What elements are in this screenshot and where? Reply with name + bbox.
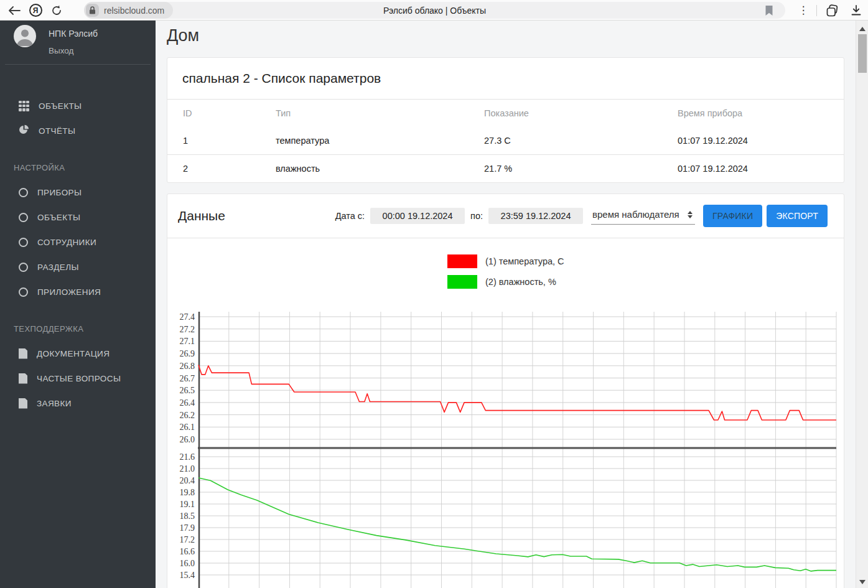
main-content: Дом спальная 2 - Список параметров ID Ти… bbox=[156, 21, 856, 588]
sidebar-item-applications[interactable]: ПРИЛОЖЕНИЯ bbox=[0, 279, 156, 304]
parameters-card-title: спальная 2 - Список параметров bbox=[167, 58, 844, 100]
yandex-browser-icon[interactable]: Я bbox=[26, 0, 45, 21]
svg-text:19.8: 19.8 bbox=[180, 488, 195, 497]
circle-icon bbox=[19, 188, 28, 197]
scroll-down-icon[interactable] bbox=[859, 580, 866, 584]
tabs-panel-icon[interactable] bbox=[821, 4, 844, 17]
legend-item-temperature: (1) температура, C bbox=[447, 254, 844, 268]
svg-text:27.1: 27.1 bbox=[180, 337, 195, 346]
document-icon bbox=[19, 373, 27, 384]
svg-text:18.5: 18.5 bbox=[180, 511, 195, 521]
sidebar-item-documentation[interactable]: ДОКУМЕНТАЦИЯ bbox=[0, 341, 156, 366]
svg-text:27.4: 27.4 bbox=[180, 312, 195, 322]
humidity-temperature-chart: 27.427.227.126.926.826.726.526.426.226.1… bbox=[175, 304, 841, 588]
sidebar: НПК Рэлсиб Выход ОБЪЕКТЫ ОТЧЁТЫ НАСТРОЙК… bbox=[0, 21, 156, 588]
legend-swatch bbox=[447, 275, 477, 289]
svg-text:19.1: 19.1 bbox=[180, 500, 195, 509]
col-header-id: ID bbox=[167, 100, 276, 127]
document-icon bbox=[19, 398, 27, 409]
date-to-input[interactable] bbox=[488, 208, 583, 224]
svg-text:15.4: 15.4 bbox=[180, 571, 195, 580]
circle-icon bbox=[19, 287, 28, 297]
scrollbar-thumb[interactable] bbox=[858, 34, 867, 73]
sidebar-divider bbox=[5, 64, 151, 65]
svg-text:17.9: 17.9 bbox=[180, 523, 195, 533]
timezone-select[interactable]: время наблюдателя bbox=[591, 207, 695, 225]
sidebar-item-objects-settings[interactable]: ОБЪЕКТЫ bbox=[0, 205, 156, 230]
circle-icon bbox=[19, 263, 28, 272]
lock-icon[interactable] bbox=[86, 4, 99, 17]
svg-text:21.6: 21.6 bbox=[180, 452, 195, 462]
download-icon[interactable] bbox=[844, 5, 868, 16]
svg-text:27.2: 27.2 bbox=[180, 325, 195, 334]
bookmark-icon[interactable] bbox=[764, 2, 774, 19]
document-icon bbox=[19, 348, 27, 359]
sidebar-item-devices[interactable]: ПРИБОРЫ bbox=[0, 180, 156, 205]
section-title-support: ТЕХПОДДЕРЖКА bbox=[14, 324, 156, 334]
browser-toolbar: Я relsibcloud.com Рэлсиб облако | Объект… bbox=[0, 0, 868, 21]
charts-button[interactable]: ГРАФИКИ bbox=[703, 205, 762, 227]
back-icon[interactable] bbox=[5, 0, 24, 21]
svg-text:16.6: 16.6 bbox=[180, 547, 195, 556]
chart-area: 27.427.227.126.926.826.726.526.426.226.1… bbox=[175, 304, 844, 588]
logout-link[interactable]: Выход bbox=[49, 46, 73, 55]
svg-text:16.0: 16.0 bbox=[180, 559, 195, 568]
table-row[interactable]: 2 влажность 21.7 % 01:07 19.12.2024 bbox=[167, 155, 844, 183]
svg-text:20.4: 20.4 bbox=[180, 476, 195, 485]
select-arrows-icon bbox=[688, 211, 693, 218]
data-card-title: Данные bbox=[178, 208, 225, 223]
circle-icon bbox=[19, 213, 28, 222]
circle-icon bbox=[19, 238, 28, 247]
grid-icon bbox=[19, 101, 29, 111]
svg-text:26.4: 26.4 bbox=[180, 398, 195, 408]
refresh-icon[interactable] bbox=[47, 0, 66, 21]
svg-text:26.2: 26.2 bbox=[180, 411, 195, 420]
svg-text:17.2: 17.2 bbox=[180, 535, 195, 544]
window-scrollbar[interactable] bbox=[856, 21, 868, 588]
date-from-label: Дата с: bbox=[335, 211, 365, 221]
export-button[interactable]: ЭКСПОРТ bbox=[767, 205, 828, 227]
url-text: relsibcloud.com bbox=[104, 6, 164, 16]
chart-legend: (1) температура, C (2) влажность, % bbox=[167, 238, 844, 304]
sidebar-item-sections[interactable]: РАЗДЕЛЫ bbox=[0, 254, 156, 279]
table-header-row: ID Тип Показание Время прибора bbox=[167, 100, 844, 127]
svg-text:26.1: 26.1 bbox=[180, 422, 195, 432]
sidebar-item-tickets[interactable]: ЗАЯВКИ bbox=[0, 391, 156, 416]
data-card: Данные Дата с: по: время наблюдателя ГРА… bbox=[167, 194, 844, 588]
parameters-table: ID Тип Показание Время прибора 1 темпера… bbox=[167, 100, 844, 182]
table-row[interactable]: 1 температура 27.3 C 01:07 19.12.2024 bbox=[167, 127, 844, 155]
parameters-card: спальная 2 - Список параметров ID Тип По… bbox=[167, 57, 844, 183]
date-to-label: по: bbox=[470, 211, 483, 221]
section-title-settings: НАСТРОЙКА bbox=[14, 163, 156, 172]
menu-dots-icon[interactable]: ⋮ bbox=[794, 4, 813, 17]
sidebar-item-faq[interactable]: ЧАСТЫЕ ВОПРОСЫ bbox=[0, 366, 156, 391]
svg-text:26.7: 26.7 bbox=[180, 374, 195, 383]
sidebar-item-objects[interactable]: ОБЪЕКТЫ bbox=[0, 93, 156, 118]
legend-swatch bbox=[447, 254, 477, 268]
url-chip[interactable]: relsibcloud.com bbox=[84, 2, 173, 19]
address-bar[interactable]: relsibcloud.com Рэлсиб облако | Объекты bbox=[84, 2, 785, 19]
date-from-input[interactable] bbox=[370, 208, 465, 224]
sidebar-item-reports[interactable]: ОТЧЁТЫ bbox=[0, 118, 156, 143]
svg-text:26.8: 26.8 bbox=[180, 362, 195, 371]
page-title: Дом bbox=[167, 21, 844, 47]
col-header-value: Показание bbox=[484, 100, 678, 127]
svg-text:21.0: 21.0 bbox=[180, 464, 195, 474]
col-header-type: Тип bbox=[276, 100, 484, 127]
svg-text:26.9: 26.9 bbox=[180, 349, 195, 358]
sidebar-item-employees[interactable]: СОТРУДНИКИ bbox=[0, 230, 156, 254]
pie-chart-icon bbox=[19, 124, 29, 137]
legend-item-humidity: (2) влажность, % bbox=[447, 275, 844, 289]
page-tab-title: Рэлсиб облако | Объекты bbox=[383, 6, 486, 16]
col-header-time: Время прибора bbox=[678, 100, 844, 127]
scroll-up-icon[interactable] bbox=[859, 27, 866, 31]
avatar[interactable] bbox=[14, 25, 36, 47]
svg-text:26.5: 26.5 bbox=[180, 386, 195, 395]
user-name: НПК Рэлсиб bbox=[49, 29, 98, 39]
svg-text:26.0: 26.0 bbox=[180, 435, 195, 444]
toolbar-divider bbox=[816, 5, 817, 16]
